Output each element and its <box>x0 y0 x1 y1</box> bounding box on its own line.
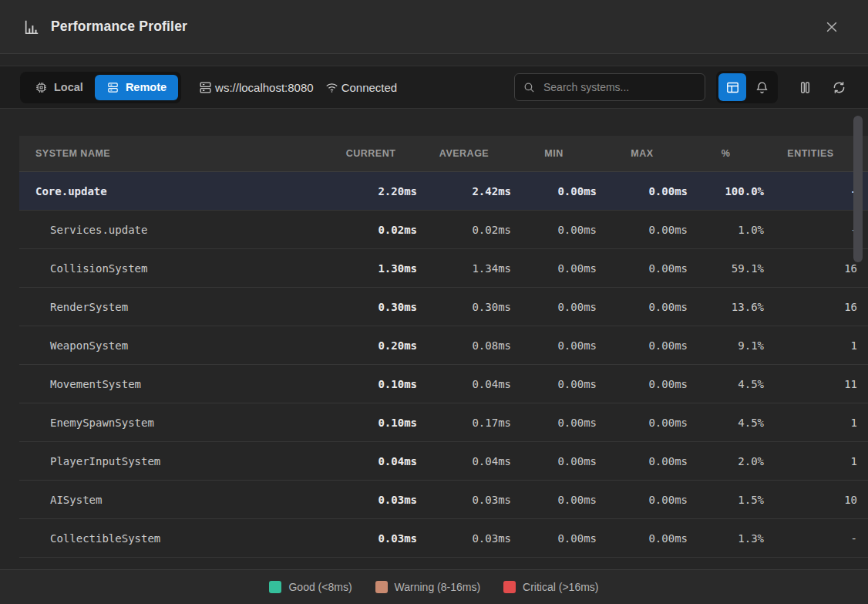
table-row[interactable]: RenderSystem 0.30ms 0.30ms 0.00ms 0.00ms… <box>19 288 868 326</box>
average-ms-cell: 1.34ms <box>417 249 511 288</box>
local-source-button[interactable]: Local <box>23 75 95 100</box>
column-header-system-name[interactable]: SYSTEM NAME <box>19 136 325 172</box>
table-row[interactable]: CollectibleSystem 0.03ms 0.03ms 0.00ms 0… <box>19 519 868 558</box>
column-header-max[interactable]: MAX <box>597 136 688 172</box>
table-row[interactable]: EnemySpawnSystem 0.10ms 0.17ms 0.00ms 0.… <box>19 403 868 442</box>
percent-cell: 9.1% <box>688 326 764 365</box>
max-ms-cell: 0.00ms <box>597 249 688 288</box>
connection-info: ws://localhost:8080 Connected <box>198 80 397 95</box>
entities-cell: - <box>764 519 868 558</box>
remote-source-label: Remote <box>126 81 167 93</box>
min-ms-cell: 0.00ms <box>511 172 597 211</box>
table-row[interactable]: Services.update 0.02ms 0.02ms 0.00ms 0.0… <box>19 211 868 249</box>
cpu-chip-icon <box>35 81 48 94</box>
percent-cell: 1.3% <box>688 519 764 558</box>
percent-cell: 13.6% <box>688 288 764 326</box>
table-row[interactable]: CollisionSystem 1.30ms 1.34ms 0.00ms 0.0… <box>19 249 868 288</box>
view-button-group <box>716 71 778 103</box>
system-name-cell: WeaponSystem <box>19 326 325 365</box>
vertical-scrollbar-thumb[interactable] <box>853 116 863 262</box>
percent-cell: 1.5% <box>688 481 764 519</box>
average-ms-cell: 0.03ms <box>417 481 511 519</box>
refresh-icon <box>831 79 847 96</box>
system-table-body: Core.update 2.20ms 2.42ms 0.00ms 0.00ms … <box>19 172 868 558</box>
entities-cell: 16 <box>764 288 868 326</box>
current-ms-cell: 0.20ms <box>325 326 417 365</box>
max-ms-cell: 0.00ms <box>597 365 688 403</box>
average-ms-cell: 0.08ms <box>417 326 511 365</box>
min-ms-cell: 0.00ms <box>511 326 597 365</box>
table-row[interactable]: AISystem 0.03ms 0.03ms 0.00ms 0.00ms 1.5… <box>19 481 868 519</box>
max-ms-cell: 0.00ms <box>597 481 688 519</box>
close-button[interactable] <box>819 14 845 40</box>
systems-table: SYSTEM NAME CURRENT AVERAGE MIN MAX % EN… <box>19 136 868 558</box>
table-row[interactable]: MovementSystem 0.10ms 0.04ms 0.00ms 0.00… <box>19 365 868 403</box>
min-ms-cell: 0.00ms <box>511 442 597 481</box>
current-ms-cell: 0.03ms <box>325 519 417 558</box>
percent-cell: 100.0% <box>688 172 764 211</box>
min-ms-cell: 0.00ms <box>511 403 597 442</box>
entities-cell: - <box>764 172 868 211</box>
entities-cell: 10 <box>764 481 868 519</box>
current-ms-cell: 0.04ms <box>325 442 417 481</box>
column-header-entities[interactable]: ENTITIES <box>764 136 868 172</box>
system-name-cell: CollisionSystem <box>19 249 325 288</box>
entities-cell: 1 <box>764 403 868 442</box>
current-ms-cell: 1.30ms <box>325 249 417 288</box>
system-name-cell: PlayerInputSystem <box>19 442 325 481</box>
current-ms-cell: 0.10ms <box>325 403 417 442</box>
table-view-button[interactable] <box>718 73 746 101</box>
search-box <box>514 73 705 101</box>
footer: Good (<8ms) Warning (8-16ms) Critical (>… <box>0 569 868 604</box>
pause-icon <box>797 79 813 96</box>
average-ms-cell: 0.04ms <box>417 365 511 403</box>
current-ms-cell: 2.20ms <box>325 172 417 211</box>
performance-profiler-window: Performance Profiler Local <box>0 0 868 604</box>
connection-status: Connected <box>325 80 398 95</box>
legend-swatch <box>269 581 281 593</box>
legend-item: Good (<8ms) <box>269 581 352 593</box>
entities-cell: 11 <box>764 365 868 403</box>
max-ms-cell: 0.00ms <box>597 326 688 365</box>
min-ms-cell: 0.00ms <box>511 365 597 403</box>
pause-button[interactable] <box>796 78 814 96</box>
max-ms-cell: 0.00ms <box>597 519 688 558</box>
current-ms-cell: 0.30ms <box>325 288 417 326</box>
current-ms-cell: 0.03ms <box>325 481 417 519</box>
percent-cell: 4.5% <box>688 365 764 403</box>
current-ms-cell: 0.02ms <box>325 211 417 249</box>
current-ms-cell: 0.10ms <box>325 365 417 403</box>
local-source-label: Local <box>54 81 83 93</box>
column-header-average[interactable]: AVERAGE <box>417 136 511 172</box>
percent-cell: 1.0% <box>688 211 764 249</box>
average-ms-cell: 0.02ms <box>417 211 511 249</box>
websocket-url-text: ws://localhost:8080 <box>215 81 314 94</box>
table-row[interactable]: PlayerInputSystem 0.04ms 0.04ms 0.00ms 0… <box>19 442 868 481</box>
table-header: SYSTEM NAME CURRENT AVERAGE MIN MAX % EN… <box>19 136 868 172</box>
spacer <box>0 54 868 66</box>
connection-status-text: Connected <box>341 81 398 94</box>
table-row[interactable]: WeaponSystem 0.20ms 0.08ms 0.00ms 0.00ms… <box>19 326 868 365</box>
search-input[interactable] <box>542 80 697 94</box>
titlebar: Performance Profiler <box>0 0 868 54</box>
column-header-percent[interactable]: % <box>688 136 764 172</box>
min-ms-cell: 0.00ms <box>511 249 597 288</box>
entities-cell: 16 <box>764 249 868 288</box>
table-row[interactable]: Core.update 2.20ms 2.42ms 0.00ms 0.00ms … <box>19 172 868 211</box>
column-header-current[interactable]: CURRENT <box>325 136 417 172</box>
legend-swatch <box>375 581 388 593</box>
min-ms-cell: 0.00ms <box>511 211 597 249</box>
entities-cell: 1 <box>764 326 868 365</box>
min-ms-cell: 0.00ms <box>511 481 597 519</box>
entities-cell: - <box>764 211 868 249</box>
remote-source-button[interactable]: Remote <box>95 75 178 100</box>
column-header-min[interactable]: MIN <box>511 136 597 172</box>
max-ms-cell: 0.00ms <box>597 288 688 326</box>
max-ms-cell: 0.00ms <box>597 211 688 249</box>
refresh-button[interactable] <box>829 78 848 96</box>
alerts-button[interactable] <box>748 73 775 101</box>
legend-item: Warning (8-16ms) <box>375 581 481 593</box>
legend-item: Critical (>16ms) <box>503 581 598 593</box>
min-ms-cell: 0.00ms <box>511 288 597 326</box>
average-ms-cell: 0.03ms <box>417 519 511 558</box>
